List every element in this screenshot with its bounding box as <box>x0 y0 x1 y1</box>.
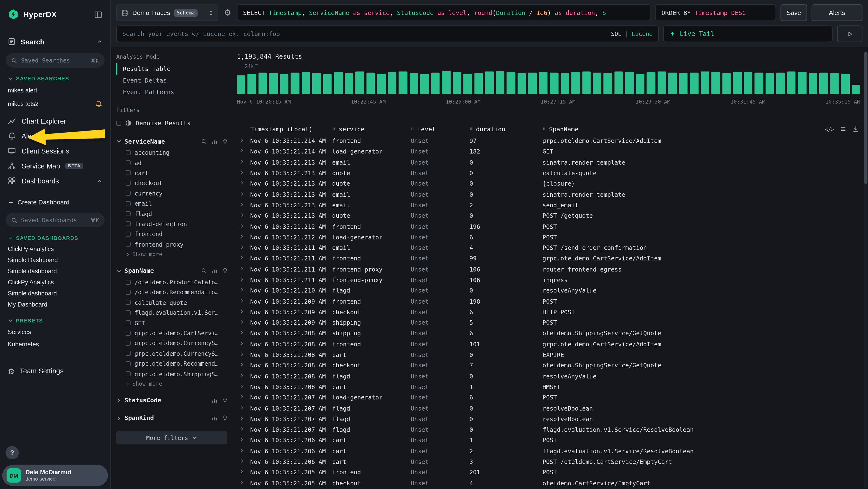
saved-dashboard-item[interactable]: My Dashboard <box>0 299 110 310</box>
histogram-bar[interactable] <box>366 73 375 94</box>
table-row[interactable]: Nov 6 10:35:21.211 AMfrontend-proxyUnset… <box>237 264 862 275</box>
histogram-bar[interactable] <box>561 74 569 94</box>
chart-icon[interactable] <box>212 415 217 421</box>
download-icon[interactable] <box>852 126 859 133</box>
histogram-bar[interactable] <box>733 72 742 94</box>
expand-row-icon[interactable] <box>239 405 245 410</box>
histogram-bar[interactable] <box>355 71 364 94</box>
expand-row-icon[interactable] <box>239 148 245 154</box>
expand-row-icon[interactable] <box>239 223 245 229</box>
histogram-bar[interactable] <box>312 74 321 94</box>
save-button[interactable]: Save <box>780 4 807 21</box>
table-row[interactable]: Nov 6 10:35:21.209 AMfrontendUnset198POS… <box>237 296 862 307</box>
saved-dashboard-item[interactable]: ClickPy Analytics <box>0 277 110 288</box>
facet-value[interactable]: checkout <box>116 178 228 188</box>
event-search-input[interactable]: SQL | Lucene <box>116 26 659 42</box>
table-row[interactable]: Nov 6 10:35:21.211 AMfrontendUnset99grpc… <box>237 253 862 264</box>
preset-item[interactable]: Kubernetes <box>0 338 110 350</box>
run-query-button[interactable] <box>837 26 863 42</box>
histogram-bar[interactable] <box>237 76 246 94</box>
saved-dashboard-item[interactable]: ClickPy Analytics <box>0 243 110 254</box>
expand-row-icon[interactable] <box>239 255 245 261</box>
facet-spanname-header[interactable]: SpanName <box>116 265 228 277</box>
facet-value[interactable]: grpc.oteldemo.CurrencyS… <box>116 338 228 348</box>
scrollbar-thumb[interactable] <box>864 52 868 184</box>
histogram-bar[interactable] <box>550 73 558 94</box>
row-density-icon[interactable] <box>840 126 846 133</box>
histogram-bar[interactable] <box>712 72 720 94</box>
checkbox[interactable] <box>126 331 131 336</box>
histogram-bar[interactable] <box>852 84 861 94</box>
table-row[interactable]: Nov 6 10:35:21.214 AMfrontendUnset97grpc… <box>237 136 862 146</box>
histogram-bar[interactable] <box>679 73 688 94</box>
source-selector[interactable]: Demo Traces Schema <box>116 4 218 21</box>
table-row[interactable]: Nov 6 10:35:21.207 AMflagdUnset0resolveB… <box>237 414 862 424</box>
histogram-bar[interactable] <box>701 71 709 94</box>
expand-row-icon[interactable] <box>239 383 245 389</box>
saved-searches-header[interactable]: SAVED SEARCHES <box>8 75 102 81</box>
facet-value[interactable]: flagd <box>116 208 228 219</box>
histogram-bar[interactable] <box>431 73 440 94</box>
facet-servicename-header[interactable]: ServiceName <box>116 135 228 147</box>
sidebar-item-service-map[interactable]: Service MapBETA <box>0 159 110 174</box>
histogram-bar[interactable] <box>830 73 839 94</box>
column-header-timestamp-local[interactable]: Timestamp (Local) <box>250 125 332 133</box>
table-row[interactable]: Nov 6 10:35:21.205 AMfrontendUnset201POS… <box>237 467 862 478</box>
presets-header[interactable]: PRESETS <box>8 318 102 324</box>
facet-value[interactable]: grpc.oteldemo.CartServi… <box>116 328 228 338</box>
more-filters-button[interactable]: More filters <box>116 431 227 444</box>
user-menu[interactable]: DM Dale McDiarmid demo-service - <box>2 465 108 486</box>
checkbox[interactable] <box>126 280 131 285</box>
expand-row-icon[interactable] <box>239 458 245 464</box>
denoise-results-toggle[interactable]: Denoise Results <box>116 116 228 130</box>
chevron-up-icon[interactable] <box>97 39 102 45</box>
table-row[interactable]: Nov 6 10:35:21.206 AMcartUnset3POST /ote… <box>237 457 862 467</box>
histogram-bar[interactable] <box>399 71 407 94</box>
histogram-bar[interactable] <box>409 73 418 94</box>
checkbox[interactable] <box>126 371 131 376</box>
histogram-bar[interactable] <box>593 73 601 94</box>
table-row[interactable]: Nov 6 10:35:21.208 AMcartUnset0EXPIRE <box>237 350 862 361</box>
histogram-bar[interactable] <box>776 73 785 94</box>
select-chevrons-icon[interactable] <box>209 10 213 16</box>
event-search-field[interactable] <box>122 30 607 37</box>
facet-value[interactable]: /oteldemo.ProductCatalo… <box>116 277 228 287</box>
analysis-mode-event-deltas[interactable]: Event Deltas <box>116 75 228 86</box>
facet-value[interactable]: fraud-detection <box>116 219 228 229</box>
table-row[interactable]: Nov 6 10:35:21.208 AMcheckoutUnset7oteld… <box>237 361 862 371</box>
table-row[interactable]: Nov 6 10:35:21.209 AMcheckoutUnset6HTTP … <box>237 307 862 317</box>
lang-lucene[interactable]: Lucene <box>632 30 653 37</box>
histogram-bar[interactable] <box>323 74 332 94</box>
table-row[interactable]: Nov 6 10:35:21.205 AMcheckoutUnset4oteld… <box>237 478 862 489</box>
table-row[interactable]: Nov 6 10:35:21.208 AMshippingUnset6oteld… <box>237 328 862 339</box>
expand-row-icon[interactable] <box>239 277 245 282</box>
facet-value[interactable]: GET <box>116 318 228 328</box>
show-more-link[interactable]: Show more <box>116 249 228 259</box>
facet-value[interactable]: accounting <box>116 147 228 157</box>
expand-row-icon[interactable] <box>239 212 245 218</box>
table-row[interactable]: Nov 6 10:35:21.213 AMquoteUnset0POST /ge… <box>237 211 862 221</box>
checkbox[interactable] <box>126 351 131 356</box>
table-row[interactable]: Nov 6 10:35:21.212 AMfrontendUnset196POS… <box>237 221 862 232</box>
table-row[interactable]: Nov 6 10:35:21.210 AMflagdUnset0resolveA… <box>237 286 862 296</box>
expand-row-icon[interactable] <box>239 426 245 432</box>
expand-row-icon[interactable] <box>239 298 245 304</box>
table-row[interactable]: Nov 6 10:35:21.211 AMfrontend-proxyUnset… <box>237 275 862 285</box>
expand-row-icon[interactable] <box>239 234 245 239</box>
expand-row-icon[interactable] <box>239 138 245 143</box>
histogram-bar[interactable] <box>571 72 580 94</box>
checkbox[interactable] <box>126 170 131 175</box>
histogram-bar[interactable] <box>302 72 310 94</box>
expand-row-icon[interactable] <box>239 415 245 421</box>
facet-value[interactable]: email <box>116 198 228 208</box>
table-row[interactable]: Nov 6 10:35:21.208 AMcartUnset1HMSET <box>237 382 862 392</box>
table-row[interactable]: Nov 6 10:35:21.208 AMfrontendUnset101grp… <box>237 339 862 349</box>
checkbox[interactable] <box>126 201 131 206</box>
histogram-bar[interactable] <box>463 74 472 94</box>
drag-handle-icon[interactable]: ⠿ <box>469 127 472 131</box>
expand-row-icon[interactable] <box>239 319 245 325</box>
histogram-bar[interactable] <box>604 73 613 94</box>
expand-row-icon[interactable] <box>239 373 245 378</box>
histogram-bar[interactable] <box>798 72 807 94</box>
histogram-bar[interactable] <box>269 73 278 94</box>
